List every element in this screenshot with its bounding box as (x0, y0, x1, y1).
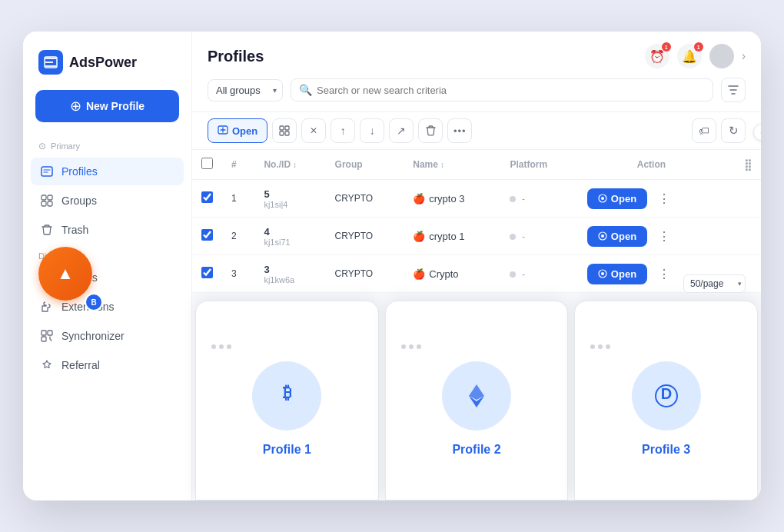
card-dots-3 (590, 344, 610, 349)
row-open-button-0[interactable]: Open (587, 188, 647, 209)
refresh-button[interactable]: ↻ (721, 118, 746, 143)
row-more-button-2[interactable]: ⋮ (653, 263, 675, 284)
app-container: AdsPower ⊕ New Profile ⊙ Primary Profile… (23, 32, 761, 500)
search-icon: 🔍 (299, 84, 312, 96)
more-actions-button[interactable]: ••• (447, 118, 472, 143)
delete-icon (426, 125, 436, 136)
row-open-button-1[interactable]: Open (587, 226, 647, 247)
grid-view-button[interactable] (272, 118, 297, 143)
crypto-circle-3: D (632, 361, 701, 431)
card-label-1: Profile 1 (263, 443, 311, 457)
table-row: 2 4 kj1si71 CRYPTO 🍎 crypto 1 - (192, 218, 761, 255)
sidebar-item-trash[interactable]: Trash (31, 216, 184, 244)
new-profile-button[interactable]: ⊕ New Profile (35, 90, 179, 122)
sidebar-item-synchronizer[interactable]: Synchronizer (31, 322, 184, 350)
per-page-select[interactable]: 50/page 100/page (683, 274, 746, 293)
svg-rect-14 (285, 131, 289, 135)
col-hash: # (231, 159, 245, 170)
upload-icon: ↑ (341, 125, 346, 137)
svg-rect-2 (42, 195, 46, 200)
sidebar-item-groups[interactable]: Groups (31, 187, 184, 214)
close-icon: ✕ (310, 125, 317, 136)
row-group-2: CRYPTO (326, 255, 404, 293)
filter-button[interactable] (721, 78, 746, 102)
bell-button[interactable]: 🔔 1 (677, 44, 702, 68)
toolbar-row: All groups ▾ 🔍 (208, 78, 746, 102)
synchronizer-icon (40, 329, 54, 343)
profile-card-3[interactable]: D Profile 3 (574, 301, 758, 500)
col-action: Action (637, 159, 666, 170)
profiles-icon (40, 165, 54, 178)
download-icon: ↓ (370, 125, 375, 137)
group-select[interactable]: All groups (208, 79, 283, 101)
row-checkbox-2[interactable] (201, 267, 213, 278)
row-checkbox-1[interactable] (201, 229, 213, 241)
svg-rect-13 (280, 131, 284, 135)
header-top: Profiles ⏰ 1 🔔 1 › (208, 44, 746, 68)
header-nav-arrow[interactable]: › (742, 49, 746, 63)
groups-label: Groups (61, 195, 97, 207)
open-button[interactable]: Open (208, 118, 267, 143)
row-more-button-0[interactable]: ⋮ (653, 188, 675, 209)
new-profile-label: New Profile (86, 100, 145, 112)
select-all-checkbox[interactable] (201, 158, 213, 169)
promo-badge[interactable]: ▲ B (38, 247, 100, 308)
row-more-button-1[interactable]: ⋮ (653, 225, 675, 247)
card-label-3: Profile 3 (642, 443, 690, 457)
header-actions: ⏰ 1 🔔 1 › (645, 44, 746, 68)
cards-overlay: ₿ Profile 1 Profile 2 (192, 301, 761, 500)
delete-button[interactable] (418, 118, 443, 143)
logo-area: AdsPower (23, 50, 191, 90)
row-action-1: Open ⋮ (578, 218, 725, 255)
logo-icon (38, 50, 63, 75)
clock-badge: 1 (662, 42, 671, 52)
synchronizer-label: Synchronizer (61, 330, 125, 342)
trash-icon (40, 223, 54, 237)
profile-card-1[interactable]: ₿ Profile 1 (195, 301, 379, 500)
card-label-2: Profile 2 (452, 443, 500, 457)
main-header: Profiles ⏰ 1 🔔 1 › (192, 32, 761, 112)
grid-icon (279, 125, 290, 136)
trash-label: Trash (61, 224, 88, 236)
svg-point-18 (601, 234, 604, 238)
referral-label: Referral (61, 359, 100, 371)
open-icon (218, 125, 228, 138)
clock-button[interactable]: ⏰ 1 (645, 44, 669, 68)
row-num-1: 2 (222, 218, 254, 255)
more-icon: ••• (453, 125, 467, 137)
sidebar-item-referral[interactable]: Referral (31, 351, 184, 379)
svg-rect-1 (42, 167, 52, 176)
upload-button[interactable]: ↑ (331, 118, 355, 143)
search-input[interactable] (317, 85, 705, 96)
export-button[interactable]: ↗ (389, 118, 414, 143)
profile-card-2[interactable]: Profile 2 (385, 301, 569, 500)
profiles-table: # No./ID ↕ Group Name ↕ Platform (192, 150, 761, 293)
bell-icon: 🔔 (682, 49, 697, 64)
row-platform-0: - (500, 180, 577, 218)
row-open-button-2[interactable]: Open (587, 264, 647, 284)
svg-rect-4 (42, 201, 46, 206)
svg-rect-3 (48, 195, 52, 200)
sidebar-item-profiles[interactable]: Profiles (31, 158, 184, 185)
groups-icon (40, 194, 54, 208)
row-id-0: 5 kj1si|4 (254, 180, 325, 218)
primary-label: Primary (51, 141, 80, 151)
close-button[interactable]: ✕ (301, 118, 326, 143)
sidebar-nav: Profiles Groups (23, 158, 191, 244)
download-button[interactable]: ↓ (360, 118, 384, 143)
row-platform-1: - (500, 218, 577, 255)
table-row: 3 3 kj1kw6a CRYPTO 🍎 Crypto - (192, 255, 761, 293)
row-id-1: 4 kj1si71 (254, 218, 325, 255)
promo-badge-circle: B (85, 293, 103, 311)
col-settings-icon[interactable]: ⣿ (744, 158, 752, 171)
bell-badge: 1 (694, 42, 703, 52)
per-page-wrapper: 50/page 100/page ▾ (683, 274, 746, 293)
table-row: 1 5 kj1si|4 CRYPTO 🍎 crypto 3 - (192, 180, 761, 218)
tag-button[interactable]: 🏷 (692, 118, 716, 143)
col-noid: No./ID ↕ (264, 159, 316, 170)
row-platform-2: - (500, 255, 577, 293)
row-checkbox-0[interactable] (201, 191, 213, 203)
promo-arrow-icon: ▲ (57, 265, 74, 282)
svg-rect-5 (48, 201, 52, 206)
avatar-button[interactable] (709, 44, 734, 68)
